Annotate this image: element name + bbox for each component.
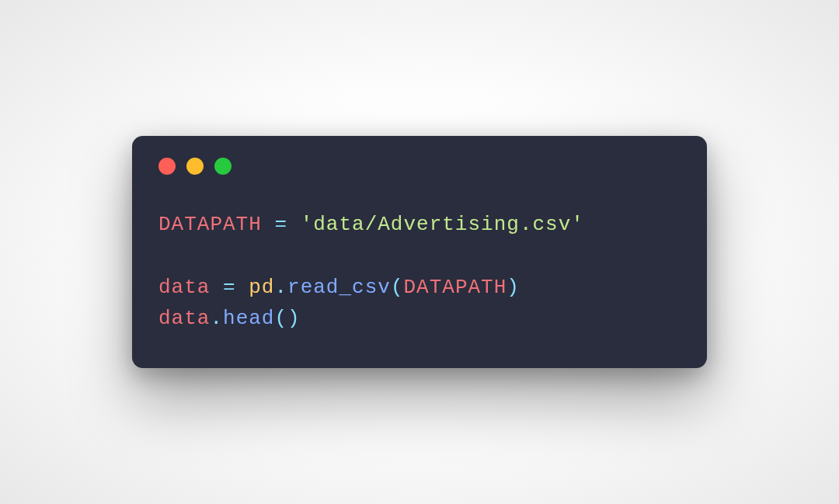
code-block: DATAPATH = 'data/Advertising.csv' data =…: [158, 209, 681, 334]
code-token: 'data/Advertising.csv': [301, 213, 584, 236]
code-token: .: [274, 276, 287, 299]
code-token: (): [274, 307, 300, 330]
code-token: .: [210, 307, 223, 330]
code-token: pd: [249, 276, 274, 299]
code-token: data: [158, 276, 210, 299]
code-token: head: [223, 307, 274, 330]
code-token: DATAPATH: [158, 213, 262, 236]
minimize-icon[interactable]: [186, 158, 204, 175]
code-token: (: [391, 276, 404, 299]
code-token: =: [210, 276, 249, 299]
code-token: data: [158, 307, 210, 330]
code-window: DATAPATH = 'data/Advertising.csv' data =…: [132, 136, 707, 368]
code-token: DATAPATH: [404, 276, 507, 299]
maximize-icon[interactable]: [214, 158, 232, 175]
close-icon[interactable]: [158, 158, 176, 175]
code-token: =: [262, 213, 301, 236]
code-token: ): [507, 276, 520, 299]
code-token: read_csv: [287, 276, 391, 299]
window-controls: [158, 158, 681, 175]
